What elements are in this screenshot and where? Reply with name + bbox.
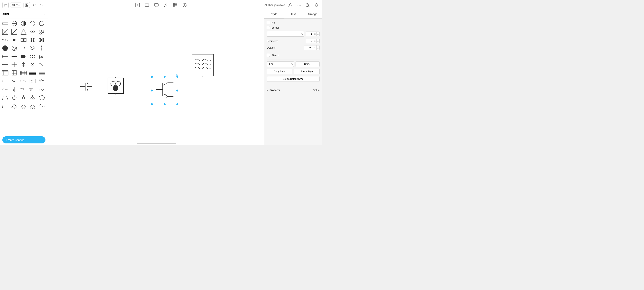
shape-item[interactable] — [20, 94, 28, 102]
shape-item[interactable] — [10, 77, 18, 85]
redo-button[interactable]: ↪ — [38, 2, 44, 8]
sidebar-toggle-button[interactable] — [2, 2, 8, 8]
shape-item[interactable] — [38, 28, 46, 36]
opacity-down[interactable]: ▼ — [316, 48, 320, 50]
shape-item[interactable]: 300mA40A — [28, 86, 36, 93]
add-user-button[interactable] — [288, 2, 294, 8]
settings-button[interactable] — [305, 2, 311, 8]
shape-item[interactable] — [20, 36, 28, 44]
shape-item[interactable]: 3~ — [20, 77, 28, 85]
shape-item[interactable]: 20A — [1, 86, 9, 93]
perimeter-input[interactable] — [306, 39, 313, 43]
shape-item[interactable] — [1, 28, 9, 36]
border-checkbox[interactable] — [267, 26, 270, 29]
handle-bm[interactable] — [164, 103, 166, 105]
handle-br[interactable] — [176, 103, 178, 105]
shape-item[interactable] — [10, 61, 18, 68]
crop-button[interactable]: Crop... — [296, 61, 320, 67]
shape-item[interactable] — [1, 61, 9, 68]
sketch-checkbox[interactable] — [267, 54, 270, 57]
default-style-button[interactable]: Set as Default Style — [267, 76, 320, 82]
speech-tool-button[interactable] — [153, 2, 160, 8]
shape-item[interactable] — [1, 94, 9, 102]
shape-item[interactable]: 20A| — [20, 86, 28, 93]
perimeter-up[interactable]: ▲ — [316, 39, 320, 41]
table-tool-button[interactable] — [172, 2, 178, 8]
opacity-up[interactable]: ▲ — [316, 46, 320, 48]
tab-style[interactable]: Style — [264, 10, 284, 18]
tab-arrange[interactable]: Arrange — [303, 10, 322, 18]
more-shapes-button[interactable]: + More Shapes — [2, 136, 46, 144]
text-tool-button[interactable]: A — [134, 2, 141, 8]
shape-item[interactable] — [38, 77, 46, 85]
shape-item[interactable] — [1, 44, 9, 52]
selected-component[interactable] — [152, 77, 177, 103]
border-width-up[interactable]: ▲ — [316, 32, 320, 34]
opacity-input[interactable] — [304, 46, 313, 50]
more-options-button[interactable] — [296, 2, 302, 8]
paste-style-button[interactable]: Paste Style — [294, 69, 320, 74]
wave-box[interactable] — [191, 53, 214, 78]
shape-item[interactable] — [28, 102, 36, 110]
shape-item[interactable] — [20, 20, 28, 28]
box-circles[interactable] — [107, 77, 124, 95]
property-header[interactable]: ▶ Property Value — [267, 88, 320, 92]
canvas-scrollbar[interactable] — [136, 143, 176, 144]
shape-item[interactable]: DCAC — [28, 77, 36, 85]
shape-item[interactable] — [38, 69, 46, 77]
fill-checkbox[interactable] — [267, 21, 270, 24]
shape-item[interactable]: 1~ — [1, 77, 9, 85]
panel-close-button[interactable]: × — [43, 12, 46, 16]
shape-item[interactable] — [10, 20, 18, 28]
shape-item[interactable] — [20, 102, 28, 110]
shape-item[interactable] — [1, 52, 9, 60]
line-style-select[interactable]: ──────────── - - - - - - ··········· — [267, 31, 304, 37]
zoom-button[interactable]: 100% ▾ — [10, 2, 22, 8]
shape-item[interactable] — [10, 94, 18, 102]
border-width-input[interactable] — [306, 32, 313, 36]
shape-item[interactable] — [28, 61, 36, 68]
shape-item[interactable] — [28, 52, 36, 60]
shape-item[interactable] — [10, 86, 18, 93]
shape-item[interactable] — [38, 44, 46, 52]
shape-item[interactable] — [28, 28, 36, 36]
rect-tool-button[interactable] — [144, 2, 150, 8]
handle-bl[interactable] — [151, 103, 153, 105]
shape-item[interactable] — [1, 36, 9, 44]
shape-item[interactable] — [20, 52, 28, 60]
save-button[interactable] — [24, 2, 30, 8]
copy-style-button[interactable]: Copy Style — [267, 69, 292, 74]
shape-item[interactable] — [20, 69, 28, 77]
shape-item[interactable] — [28, 36, 36, 44]
shape-item[interactable] — [38, 86, 46, 93]
shape-item[interactable] — [10, 52, 18, 60]
shape-item[interactable] — [1, 102, 9, 110]
shape-item[interactable] — [38, 20, 46, 28]
shape-item[interactable] — [38, 61, 46, 68]
border-width-down[interactable]: ▼ — [316, 34, 320, 36]
shape-item[interactable]: kWh — [38, 52, 46, 60]
shape-item[interactable] — [1, 69, 9, 77]
shape-item[interactable] — [38, 36, 46, 44]
canvas-area[interactable]: ↻ — [48, 10, 264, 145]
shape-item[interactable] — [20, 44, 28, 52]
shape-item[interactable] — [20, 61, 28, 68]
shape-item[interactable] — [28, 20, 36, 28]
pen-tool-button[interactable] — [163, 2, 169, 8]
shape-item[interactable] — [10, 69, 18, 77]
add-tool-button[interactable] — [182, 2, 188, 8]
shape-item[interactable] — [1, 20, 9, 28]
shape-item[interactable] — [38, 102, 46, 110]
shape-item[interactable] — [10, 102, 18, 110]
shape-item[interactable] — [28, 94, 36, 102]
tab-text[interactable]: Text — [284, 10, 303, 18]
edit-select[interactable]: Edit — [267, 61, 294, 67]
perimeter-down[interactable]: ▼ — [316, 41, 320, 43]
undo-button[interactable]: ↩ — [31, 2, 37, 8]
shape-item[interactable] — [20, 28, 28, 36]
shape-item[interactable] — [38, 94, 46, 102]
shape-item[interactable] — [28, 44, 36, 52]
shape-item[interactable] — [28, 69, 36, 77]
shape-item[interactable] — [10, 28, 18, 36]
shape-item[interactable] — [10, 44, 18, 52]
